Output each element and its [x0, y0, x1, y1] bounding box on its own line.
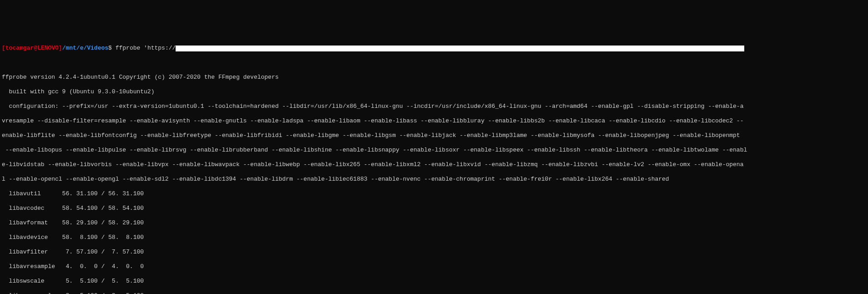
version-line: ffprobe version 4.2.4-1ubuntu0.1 Copyrig… [2, 74, 866, 81]
lib-line: libswresample 3. 5.100 / 3. 5.100 [2, 292, 866, 294]
command: ffprobe 'https:// [116, 45, 176, 51]
prompt-path: /mnt/e/Videos [62, 45, 108, 51]
terminal-output[interactable]: [tocamgar@LENOVO]/mnt/e/Videos$ ffprobe … [0, 29, 868, 294]
prompt-bracket-close: ] [59, 45, 62, 51]
command-text [112, 45, 116, 51]
redacted-url [176, 46, 744, 51]
prompt-bracket-open: [ [2, 45, 5, 51]
lib-line: libavfilter 7. 57.100 / 7. 57.100 [2, 248, 866, 256]
prompt-user-host: tocamgar@LENOVO [5, 45, 59, 51]
blank-line [2, 59, 866, 66]
config-line: e-libvidstab --enable-libvorbis --enable… [2, 161, 866, 168]
lib-line: libavdevice 58. 8.100 / 58. 8.100 [2, 234, 866, 241]
config-line: enable-libflite --enable-libfontconfig -… [2, 132, 866, 139]
lib-line: libswscale 5. 5.100 / 5. 5.100 [2, 278, 866, 285]
config-line: configuration: --prefix=/usr --extra-ver… [2, 103, 866, 110]
built-line: built with gcc 9 (Ubuntu 9.3.0-10ubuntu2… [2, 88, 866, 96]
lib-line: libavformat 58. 29.100 / 58. 29.100 [2, 219, 866, 227]
prompt-dollar: $ [108, 45, 112, 51]
prompt-line: [tocamgar@LENOVO]/mnt/e/Videos$ ffprobe … [2, 45, 866, 52]
lib-line: libavcodec 58. 54.100 / 58. 54.100 [2, 205, 866, 212]
lib-line: libavutil 56. 31.100 / 56. 31.100 [2, 190, 866, 198]
config-line: --enable-libopus --enable-libpulse --ena… [2, 147, 866, 154]
lib-line: libavresample 4. 0. 0 / 4. 0. 0 [2, 263, 866, 270]
config-line: l --enable-opencl --enable-opengl --enab… [2, 176, 866, 183]
config-line: vresample --disable-filter=resample --en… [2, 117, 866, 125]
